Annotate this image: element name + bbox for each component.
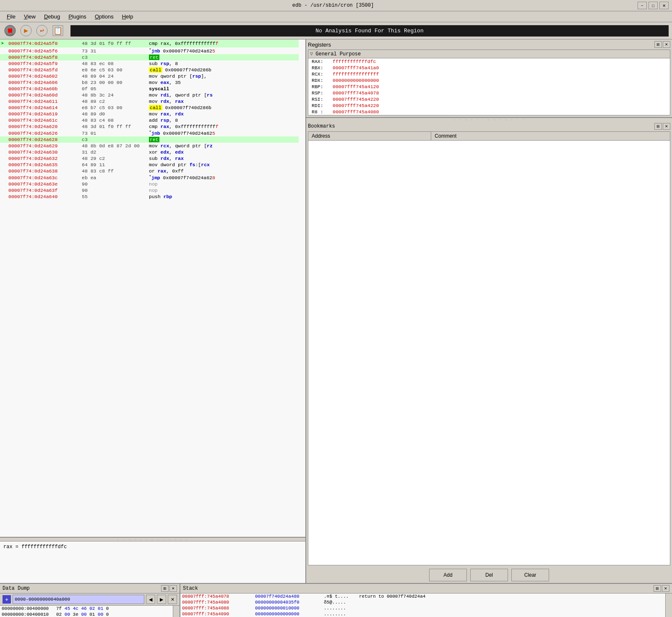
left-panel: ➤ 00007f74:0d24a5f0 48 3d 01 f0 ff ff cm… [0,39,306,583]
resize-handle-2[interactable]: · · · · · · · · · · · · · [306,118,672,121]
disassembly-view[interactable]: ➤ 00007f74:0d24a5f0 48 3d 01 f0 ff ff cm… [0,39,305,538]
data-dump-close-button[interactable]: ✕ [169,585,177,592]
disasm-row[interactable]: 00007f74:0d24a60d 48 8b 3c 24 mov rdi, q… [0,92,299,98]
reg-row-rdi: RDI: 00007fff745a4220 [308,102,670,109]
bookmarks-clear-button[interactable]: Clear [511,569,549,581]
stack-float-button[interactable]: ⊞ [654,585,661,592]
bookmarks-panel: Bookmarks ⊞ ✕ Address Comment Add Del Cl… [306,121,672,583]
dump-scroll-v[interactable] [173,606,180,617]
reg-row-r8: R8 : 00007fff745a4080 [308,109,670,115]
stack-scroll-v[interactable] [665,593,672,617]
toolbar: STOP ▶ ↩ 📋 No Analysis Found For This Re… [0,22,672,39]
disasm-row[interactable]: 00007f74:0d24a611 48 89 c2 mov rdx, rax [0,98,299,105]
disasm-row[interactable]: 00007f74:0d24a638 48 83 c8 ff or rax, 0x… [0,168,299,174]
disasm-row[interactable]: 00007f74:0d24a63c eb ea ˅jmp 0x00007f740… [0,174,299,181]
right-panel: Registers ⊞ ✕ ▽ General Purpose RAX: [306,39,672,583]
registers-panel: Registers ⊞ ✕ ▽ General Purpose RAX: [306,39,672,118]
data-dump-panel: Data Dump ⊞ ✕ + ◀ ▶ ✕ 00000000:00400000 … [0,584,180,617]
disasm-row[interactable]: 00007f74:0d24a619 48 89 d0 mov rax, rdx [0,111,299,117]
resize-handle[interactable]: · · · · · · · · · · · · · [0,538,305,541]
disasm-row[interactable]: 00007f74:0d24a5f9 48 83 ec 08 sub rsp, 8 [0,60,299,67]
menu-plugins[interactable]: Plugins [65,13,90,21]
info-text: rax = ffffffffffffdfc [3,544,67,550]
dump-row: 00000000:00400010 02 00 3e 00 01 00 0 [0,612,173,617]
disasm-row[interactable]: 00007f74:0d24a63f 90 nop [0,187,299,193]
disasm-row[interactable]: 00007f74:0d24a5f6 73 31 ˅jnb 0x00007f740… [0,47,299,54]
window-title: edb - /usr/sbin/cron [3500] [292,3,374,8]
addr-input[interactable] [13,595,144,604]
window-controls: − □ ✕ [638,2,669,9]
dump-rows[interactable]: 00000000:00400000 7f 45 4c 46 02 01 0 00… [0,606,173,617]
bookmarks-del-button[interactable]: Del [470,569,508,581]
bookmarks-col-address: Address [308,132,431,140]
disasm-row[interactable]: 00007f74:0d24a629 48 8b 0d e8 87 2d 00 m… [0,143,299,149]
menu-debug[interactable]: Debug [41,13,63,21]
maximize-button[interactable]: □ [649,2,658,9]
disasm-row[interactable]: 00007f74:0d24a626 73 01 ˅jnb 0x00007f740… [0,130,299,136]
minimize-button[interactable]: − [638,2,647,9]
bookmarks-close-button[interactable]: ✕ [663,123,670,130]
registers-table: ▽ General Purpose RAX: ffffffffffffdfc R… [308,50,670,115]
disasm-row[interactable]: ➤ 00007f74:0d24a5f0 48 3d 01 f0 ff ff cm… [0,39,299,47]
bookmarks-add-button[interactable]: Add [429,569,467,581]
menu-help[interactable]: Help [119,13,137,21]
disasm-row[interactable]: 00007f74:0d24a640 55 push rbp [0,193,299,200]
stack-row: 00007fff:745a4090 0000000000000000 .....… [180,611,665,617]
stack-close-button[interactable]: ✕ [662,585,669,592]
reg-row-rax: RAX: ffffffffffffdfc [308,58,670,65]
bookmarks-float-button[interactable]: ⊞ [654,123,662,130]
disasm-row[interactable]: 00007f74:0d24a632 48 29 c2 sub rdx, rax [0,155,299,162]
disasm-row[interactable]: 00007f74:0d24a635 64 89 11 mov dword ptr… [0,162,299,168]
disasm-row[interactable]: 00007f74:0d24a5fd e8 6e c5 03 00 call 0x… [0,67,299,73]
disasm-row[interactable]: 00007f74:0d24a620 48 3d 01 f0 ff ff cmp … [0,123,299,130]
reg-row-rsi: RSI: 00007fff745a4220 [308,96,670,102]
addr-add-button[interactable]: + [3,595,11,604]
menu-options[interactable]: Options [91,13,117,21]
svg-text:▶: ▶ [24,27,28,35]
disasm-row[interactable]: 00007f74:0d24a602 48 89 04 24 mov qword … [0,73,299,79]
info-box: rax = ffffffffffffdfc [0,541,305,583]
disasm-row[interactable]: 00007f74:0d24a60b 0f 05 syscall [0,86,299,92]
stack-rows[interactable]: 00007fff:745a4078 00007f740d24a480 .¤$ t… [180,593,665,617]
disasm-row[interactable]: 00007f74:0d24a614 e8 b7 c5 03 00 call 0x… [0,105,299,111]
disasm-row[interactable]: 00007f74:0d24a61c 48 83 c4 08 add rsp, 8 [0,117,299,123]
registers-float-button[interactable]: ⊞ [654,41,662,48]
registers-close-button[interactable]: ✕ [663,41,670,48]
disasm-row[interactable]: 00007f74:0d24a630 31 d2 xor edx, edx [0,149,299,155]
disasm-row[interactable]: 00007f74:0d24a606 b8 23 00 00 00 mov eax… [0,79,299,86]
reg-row-rdx: RDX: 0000000000000000 [308,77,670,84]
bookmarks-table: Address Comment [308,131,670,565]
data-dump-float-button[interactable]: ⊞ [161,585,169,592]
data-dump-addr-bar: + ◀ ▶ ✕ [0,593,180,606]
bookmarks-controls: ⊞ ✕ [654,123,670,130]
addr-next-button[interactable]: ▶ [157,595,166,604]
step-over-icon[interactable]: ↩ [35,24,49,37]
disasm-row[interactable]: 00007f74:0d24a628 c3 ret [0,136,299,143]
disasm-row[interactable]: 00007f74:0d24a63e 90 nop [0,181,299,187]
addr-clear-button[interactable]: ✕ [168,595,177,604]
stack-row: 00007fff:745a4080 00000000004035f0 δ5@..… [180,599,665,605]
disasm-row[interactable]: 00007f74:0d24a5f8 c3 ret [0,54,299,60]
registers-col-header: ▽ General Purpose [308,50,670,58]
stack-header: Stack ⊞ ✕ [180,584,672,593]
info-icon[interactable]: 📋 [51,24,65,37]
dump-row: 00000000:00400000 7f 45 4c 46 02 01 0 [0,606,173,612]
reg-row-rcx: RCX: ffffffffffffffff [308,71,670,77]
bookmarks-title: Bookmarks [308,123,335,129]
close-button[interactable]: ✕ [659,2,669,9]
stack-row: 00007fff:745a4078 00007f740d24a480 .¤$ t… [180,593,665,599]
analysis-banner: No Analysis Found For This Region [70,25,669,37]
svg-rect-1 [8,29,12,33]
reg-row-rsp: RSP: 00007fff745a4078 [308,90,670,96]
registers-col-label: General Purpose [315,51,361,57]
menu-file[interactable]: File [3,13,19,21]
addr-prev-button[interactable]: ◀ [146,595,155,604]
bottom-panels: Data Dump ⊞ ✕ + ◀ ▶ ✕ 00000000:00400000 … [0,583,672,617]
bookmarks-header: Bookmarks ⊞ ✕ [308,123,670,130]
registers-controls: ⊞ ✕ [654,41,670,48]
menu-view[interactable]: View [21,13,39,21]
step-into-icon[interactable]: ▶ [19,24,33,37]
data-dump-header: Data Dump ⊞ ✕ [0,584,180,593]
stop-icon[interactable]: STOP [3,24,17,37]
current-arrow: ➤ [1,40,8,47]
